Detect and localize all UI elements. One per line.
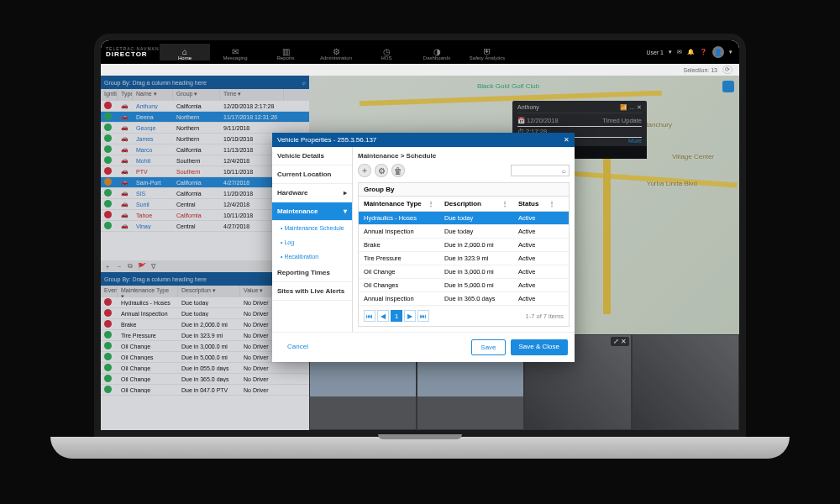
cancel-button[interactable]: Cancel: [279, 339, 317, 355]
maint-value: No Driver: [240, 376, 291, 382]
maint-desc: Due today: [178, 311, 240, 317]
sidemenu-vehicle-details[interactable]: Vehicle Details: [272, 147, 352, 165]
map-layers-button[interactable]: [722, 81, 734, 92]
pager-first[interactable]: ⏮: [364, 310, 375, 322]
col-menu-icon[interactable]: ⋮: [428, 200, 434, 207]
bell-icon[interactable]: 🔔: [687, 49, 695, 55]
pager-next[interactable]: ▶: [404, 310, 416, 322]
help-icon[interactable]: ❓: [700, 49, 707, 55]
maint-type: Oil Change: [118, 376, 178, 382]
road-label: Yorba Linda Blvd: [647, 180, 697, 187]
schedule-row[interactable]: Oil Change Due in 3,000.0 mi Active: [359, 265, 569, 279]
status-dot-icon: [104, 167, 112, 175]
nav-messaging[interactable]: ✉Messaging: [210, 44, 260, 60]
col-header[interactable]: Group ▾: [173, 89, 220, 101]
schedule-row[interactable]: Annual Inspection Due in 365.0 days Acti…: [359, 292, 569, 306]
maint-desc: Due today: [178, 300, 240, 306]
refresh-icon[interactable]: ⟳: [722, 66, 732, 74]
caret-down-icon[interactable]: ▾: [729, 49, 732, 55]
nav-hos[interactable]: ◷HOS: [361, 44, 412, 60]
nav-dashboards[interactable]: ◑Dashboards: [412, 44, 462, 60]
status-dot-icon: [104, 222, 112, 229]
close-icon[interactable]: ✕: [621, 338, 627, 345]
sched-status: Active: [513, 225, 560, 238]
sched-type: Oil Changes: [359, 279, 439, 291]
col-header[interactable]: Ignition: [101, 89, 118, 101]
avatar[interactable]: 👤: [712, 46, 724, 58]
sched-status: Active: [513, 265, 560, 278]
maint-desc: Due in 365.0 days: [178, 376, 240, 382]
close-icon[interactable]: ✕: [564, 136, 570, 144]
sched-type: Hydraulics - Hoses: [359, 212, 439, 224]
sidemenu-sites-with-live-alerts[interactable]: Sites with Live Alerts: [272, 282, 352, 301]
mail-icon[interactable]: ✉: [677, 49, 682, 55]
dots-icon[interactable]: …: [629, 104, 635, 110]
search-icon[interactable]: ⌕: [302, 80, 306, 86]
schedule-row[interactable]: Annual Inspection Due today Active: [359, 225, 569, 239]
sidemenu-sub[interactable]: • Log: [272, 235, 352, 249]
add-button[interactable]: ＋: [358, 164, 371, 177]
maint-type: Tire Pressure: [118, 333, 178, 339]
event-row[interactable]: Oil Change Due in 365.0 days No Driver: [101, 374, 309, 385]
sidemenu-maintenance[interactable]: Maintenance▾: [272, 202, 352, 221]
close-icon[interactable]: ✕: [637, 104, 642, 110]
vehicle-name: Tahoe: [133, 213, 173, 218]
event-row[interactable]: Oil Change Due in 047.0 PTV No Driver: [101, 385, 309, 396]
vehicle-row[interactable]: 🚗 Anthony California 12/20/2018 2:17:28: [101, 101, 309, 112]
nav-reports[interactable]: ▥Reports: [260, 44, 311, 60]
sidemenu-sub[interactable]: • Recalibration: [272, 249, 352, 264]
group-by-row[interactable]: Group By: [359, 183, 569, 196]
vehicle-type-icon: 🚗: [118, 168, 133, 175]
event-row[interactable]: Oil Change Due in 055.0 days No Driver: [101, 363, 309, 374]
sidemenu-sub[interactable]: • Maintenance Schedule: [272, 221, 352, 235]
pager-prev[interactable]: ◀: [377, 310, 389, 322]
nav-administration[interactable]: ⚙Administration: [311, 44, 361, 60]
col-header[interactable]: Status⋮: [513, 197, 560, 211]
nav-icon: ◷: [361, 47, 412, 55]
col-menu-icon[interactable]: ⋮: [501, 200, 508, 207]
status-dot-icon: [104, 298, 112, 306]
settings-button[interactable]: ⚙: [375, 164, 388, 177]
sidemenu-hardware[interactable]: Hardware▸: [272, 184, 352, 202]
dup-icon[interactable]: ⧉: [128, 262, 133, 270]
flag-icon[interactable]: 🚩: [138, 263, 146, 270]
pager-page[interactable]: 1: [391, 310, 402, 322]
vehicle-group: California: [173, 191, 220, 197]
nav-home[interactable]: ⌂Home: [160, 44, 210, 60]
maint-desc: Due in 5,000.0 mi: [178, 354, 240, 360]
col-header[interactable]: Event: [101, 286, 118, 297]
col-header[interactable]: Description ▾: [178, 286, 240, 297]
schedule-row[interactable]: Brake Due in 2,000.0 mi Active: [359, 239, 569, 252]
schedule-row[interactable]: Hydraulics - Hoses Due today Active: [359, 212, 569, 225]
delete-button[interactable]: 🗑: [391, 164, 405, 177]
col-header[interactable]: Description⋮: [439, 197, 513, 211]
user-label[interactable]: User 1: [646, 50, 664, 55]
col-header[interactable]: Maintenance Type⋮: [359, 197, 439, 211]
pager-last[interactable]: ⏭: [417, 310, 429, 322]
save-button[interactable]: Save: [471, 339, 505, 355]
sched-desc: Due today: [439, 225, 513, 238]
search-input[interactable]: ⌕: [511, 165, 570, 176]
sched-status: Active: [513, 252, 560, 265]
schedule-row[interactable]: Tire Pressure Due in 323.9 mi Active: [359, 252, 569, 265]
nav-safety-analytics[interactable]: ⛨Safety Analytics: [462, 44, 512, 60]
col-header[interactable]: Type: [118, 89, 133, 101]
remove-icon[interactable]: －: [116, 262, 123, 271]
col-menu-icon[interactable]: ⋮: [549, 200, 555, 207]
camera-thumb[interactable]: [632, 334, 739, 430]
popup-title: Anthony: [517, 104, 539, 111]
col-header[interactable]: Name ▾: [133, 89, 173, 101]
filter-icon[interactable]: ∇: [151, 263, 155, 270]
status-dot-icon: [104, 211, 112, 218]
col-header[interactable]: Time ▾: [220, 89, 284, 101]
sidemenu-reporting-times[interactable]: Reporting Times: [272, 264, 352, 282]
sidemenu-current-location[interactable]: Current Location: [272, 165, 352, 184]
caret-down-icon[interactable]: ▾: [669, 49, 672, 55]
col-header[interactable]: Maintenance Type ▾: [118, 286, 178, 297]
vehicle-row[interactable]: 🚗 Deena Northern 11/17/2018 12:31:26: [101, 112, 309, 123]
vehicle-name: George: [133, 125, 173, 131]
save-close-button[interactable]: Save & Close: [511, 339, 568, 355]
expand-icon[interactable]: ⤢: [613, 338, 619, 345]
add-icon[interactable]: ＋: [104, 262, 111, 271]
schedule-row[interactable]: Oil Changes Due in 5,000.0 mi Active: [359, 279, 569, 292]
